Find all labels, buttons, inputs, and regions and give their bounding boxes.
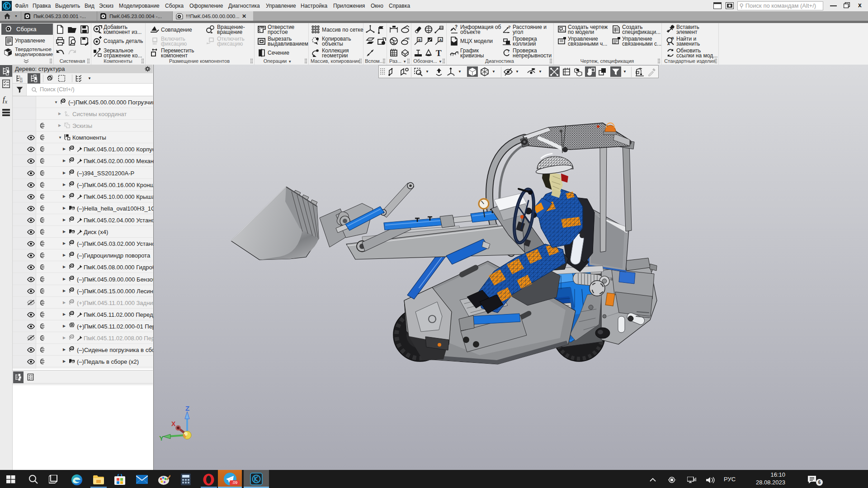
svg-text:X: X (171, 420, 176, 427)
svg-text:Y: Y (159, 434, 164, 442)
svg-text:11: 11 (20, 77, 23, 80)
svg-text:Z: Z (185, 404, 189, 412)
svg-text:12: 12 (20, 80, 23, 83)
